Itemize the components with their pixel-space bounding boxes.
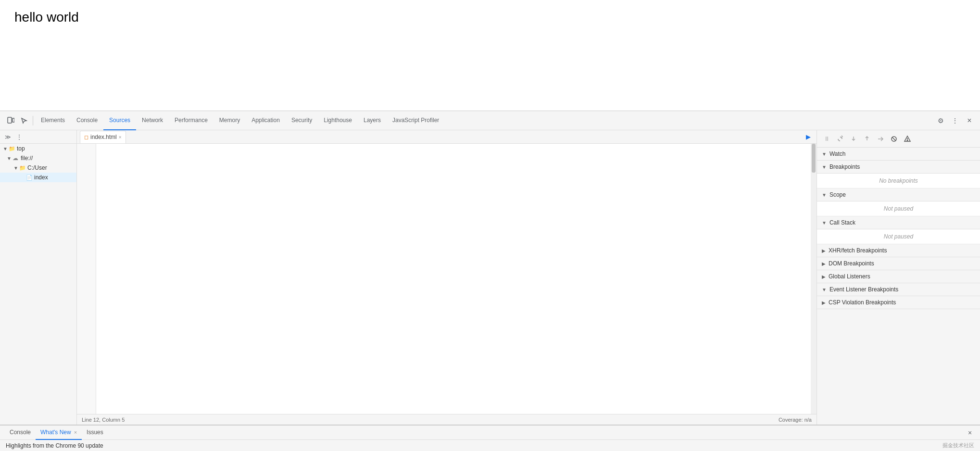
file-tree-header: ≫ ⋮ (0, 130, 76, 144)
editor-tabs-bar: ◻ index.html × ▶ (77, 130, 817, 144)
file-tree-panel: ≫ ⋮ ▼ 📁 top ▼ ☁ file:// ▼ 📁 C:/User (0, 130, 77, 425)
editor-vertical-scrollbar[interactable] (811, 144, 817, 414)
bottom-tabs-bar: Console What's New × Issues × (0, 426, 980, 440)
svg-line-3 (892, 137, 896, 141)
devtools-panel: Elements Console Sources Network Perform… (0, 111, 980, 451)
call-stack-section-header[interactable]: ▼ Call Stack (817, 216, 980, 229)
scope-section-header[interactable]: ▼ Scope (817, 188, 980, 201)
bottom-panel: Console What's New × Issues × Highlights… (0, 425, 980, 451)
pause-on-exceptions-button[interactable] (902, 133, 913, 145)
scope-section-label: Scope (829, 191, 846, 198)
scope-content: Not paused (817, 201, 980, 216)
bottom-panel-content: Highlights from the Chrome 90 update 掘金技… (0, 440, 980, 451)
xhr-section-label: XHR/fetch Breakpoints (829, 247, 887, 254)
select-element-button[interactable] (17, 114, 31, 127)
tree-item-file[interactable]: ▼ ☁ file:// (0, 153, 76, 163)
editor-area: ◻ index.html × ▶ (77, 130, 817, 425)
toggle-device-toolbar-button[interactable] (4, 114, 17, 127)
tab-network[interactable]: Network (136, 111, 169, 130)
breakpoints-section-label: Breakpoints (829, 163, 860, 170)
devtools-main: ≫ ⋮ ▼ 📁 top ▼ ☁ file:// ▼ 📁 C:/User (0, 130, 980, 425)
step-over-button[interactable] (834, 133, 846, 145)
svg-rect-1 (13, 118, 14, 122)
settings-button[interactable]: ⚙ (934, 114, 947, 127)
whats-new-close-button[interactable]: × (74, 429, 77, 435)
editor-tab-index-html[interactable]: ◻ index.html × (80, 131, 126, 143)
editor-status-bar: Line 12, Column 5 Coverage: n/a (77, 414, 817, 425)
global-listeners-section-label: Global Listeners (829, 273, 870, 280)
breakpoints-content: No breakpoints (817, 174, 980, 188)
step-into-button[interactable] (848, 133, 859, 145)
csp-section-label: CSP Violation Breakpoints (829, 299, 896, 306)
csp-violation-section-header[interactable]: ▶ CSP Violation Breakpoints (817, 296, 980, 309)
browser-page: hello world (0, 0, 980, 111)
global-listeners-section-header[interactable]: ▶ Global Listeners (817, 270, 980, 283)
bottom-tab-issues[interactable]: Issues (82, 426, 108, 440)
scrollbar-thumb (812, 144, 816, 173)
bottom-tab-whats-new[interactable]: What's New × (36, 426, 82, 440)
step-out-button[interactable] (861, 133, 873, 145)
tab-js-profiler[interactable]: JavaScript Profiler (387, 111, 445, 130)
html-file-icon: ◻ (84, 134, 88, 140)
svg-rect-0 (8, 117, 12, 123)
run-snippet-button[interactable]: ▶ (803, 132, 814, 142)
more-options-button[interactable]: ⋮ (948, 114, 962, 127)
tab-sources[interactable]: Sources (103, 111, 136, 130)
page-hello-world: hello world (14, 10, 79, 25)
breakpoints-section-header[interactable]: ▼ Breakpoints (817, 161, 980, 174)
tab-application[interactable]: Application (246, 111, 286, 130)
watch-section-header[interactable]: ▼ Watch (817, 148, 980, 161)
tree-item-index[interactable]: 📄 index (0, 173, 76, 182)
dom-breakpoints-section-label: DOM Breakpoints (829, 260, 874, 267)
pause-resume-button[interactable]: ⏸ (821, 133, 832, 145)
tab-memory[interactable]: Memory (214, 111, 246, 130)
tab-lighthouse[interactable]: Lighthouse (318, 111, 358, 130)
debugger-right-panel: ⏸ (817, 130, 980, 425)
svg-point-6 (907, 140, 907, 140)
coverage-label: Coverage: n/a (779, 417, 812, 423)
deactivate-breakpoints-button[interactable] (888, 133, 900, 145)
watch-section-label: Watch (829, 150, 846, 157)
toolbar-divider (33, 116, 33, 125)
close-bottom-panel-button[interactable]: × (965, 427, 975, 438)
tab-security[interactable]: Security (286, 111, 318, 130)
bottom-tab-console[interactable]: Console (5, 426, 36, 440)
step-button[interactable] (875, 133, 886, 145)
tab-console[interactable]: Console (71, 111, 103, 130)
tab-layers[interactable]: Layers (358, 111, 387, 130)
xhr-breakpoints-section-header[interactable]: ▶ XHR/fetch Breakpoints (817, 244, 980, 257)
expand-icon[interactable]: ≫ (3, 132, 13, 142)
editor-tab-close-button[interactable]: × (119, 135, 122, 140)
debugger-sections: ▼ Watch ▼ Breakpoints No breakpoints ▼ S… (817, 148, 980, 425)
tree-item-top[interactable]: ▼ 📁 top (0, 144, 76, 153)
tab-elements[interactable]: Elements (35, 111, 71, 130)
event-listener-section-label: Event Listener Breakpoints (829, 286, 898, 293)
debug-toolbar: ⏸ (817, 130, 980, 148)
branding-label: 掘金技术社区 (942, 442, 974, 449)
dom-breakpoints-section-header[interactable]: ▶ DOM Breakpoints (817, 257, 980, 270)
file-tree-more-button[interactable]: ⋮ (14, 132, 24, 142)
line-numbers-gutter (77, 144, 96, 414)
event-listener-breakpoints-section-header[interactable]: ▼ Event Listener Breakpoints (817, 283, 980, 296)
tab-performance[interactable]: Performance (169, 111, 214, 130)
code-editor[interactable] (77, 144, 817, 414)
highlights-text: Highlights from the Chrome 90 update (6, 442, 103, 449)
call-stack-section-label: Call Stack (829, 219, 855, 226)
tree-item-folder[interactable]: ▼ 📁 C:/User (0, 163, 76, 173)
close-devtools-button[interactable]: × (963, 114, 976, 127)
cursor-position: Line 12, Column 5 (82, 417, 125, 423)
code-content-area[interactable] (96, 144, 811, 414)
devtools-toolbar: Elements Console Sources Network Perform… (0, 111, 980, 130)
call-stack-content: Not paused (817, 229, 980, 244)
